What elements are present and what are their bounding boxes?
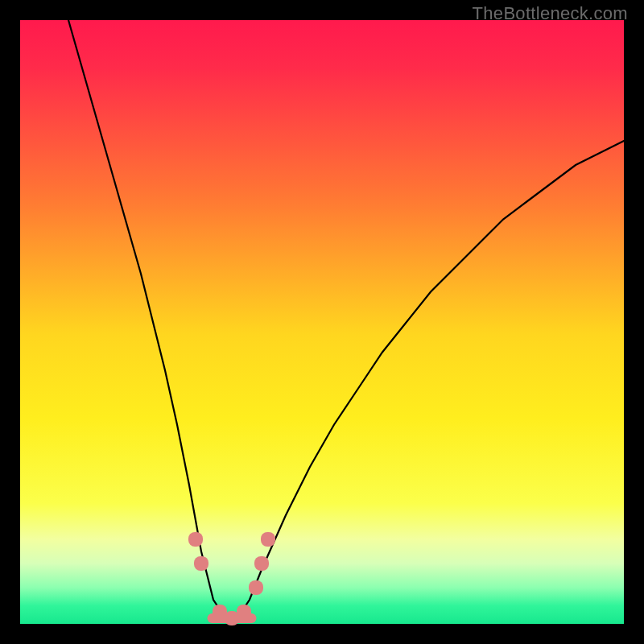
curve-marker: [249, 580, 263, 595]
curve-marker: [254, 556, 269, 571]
bottleneck-curve: [20, 20, 624, 624]
curve-marker: [194, 556, 208, 571]
curve-marker: [188, 532, 203, 547]
curve-marker-bar: [207, 613, 256, 623]
plot-area: [20, 20, 624, 624]
chart-frame: TheBottleneck.com: [0, 0, 644, 644]
watermark-text: TheBottleneck.com: [473, 3, 628, 24]
curve-marker: [261, 532, 275, 547]
